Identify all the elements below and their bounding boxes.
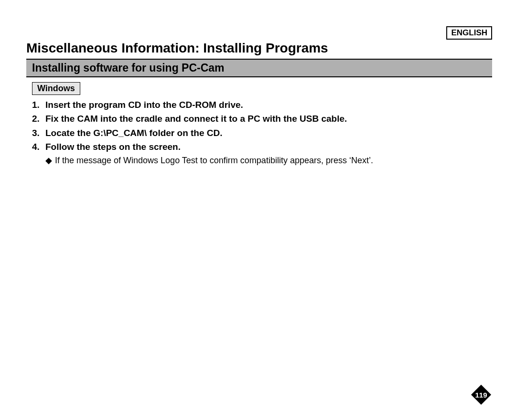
step-number: 4.	[32, 140, 45, 154]
page-number-badge: 119	[470, 384, 492, 406]
step-text: Follow the steps on the screen.	[45, 140, 181, 154]
step-number: 3.	[32, 126, 45, 140]
steps-list: 1. Insert the program CD into the CD-ROM…	[26, 98, 492, 154]
list-item: 2. Fix the CAM into the cradle and conne…	[32, 112, 492, 126]
step-text: Fix the CAM into the cradle and connect …	[45, 112, 347, 126]
page-title: Miscellaneous Information: Installing Pr…	[26, 41, 492, 56]
section-heading: Installing software for using PC-Cam	[26, 59, 492, 77]
list-item: 4. Follow the steps on the screen.	[32, 140, 492, 154]
step-number: 2.	[32, 112, 45, 126]
diamond-bullet-icon: ◆	[45, 154, 52, 167]
list-item: 3. Locate the G:\PC_CAM\ folder on the C…	[32, 126, 492, 140]
sub-note-text: If the message of Windows Logo Test to c…	[55, 154, 373, 167]
sub-note: ◆ If the message of Windows Logo Test to…	[26, 154, 492, 167]
language-label: ENGLISH	[446, 26, 492, 40]
step-number: 1.	[32, 98, 45, 112]
step-text: Insert the program CD into the CD-ROM dr…	[45, 98, 243, 112]
list-item: 1. Insert the program CD into the CD-ROM…	[32, 98, 492, 112]
step-text: Locate the G:\PC_CAM\ folder on the CD.	[45, 126, 223, 140]
os-tag: Windows	[32, 82, 80, 95]
page-number: 119	[470, 384, 492, 406]
